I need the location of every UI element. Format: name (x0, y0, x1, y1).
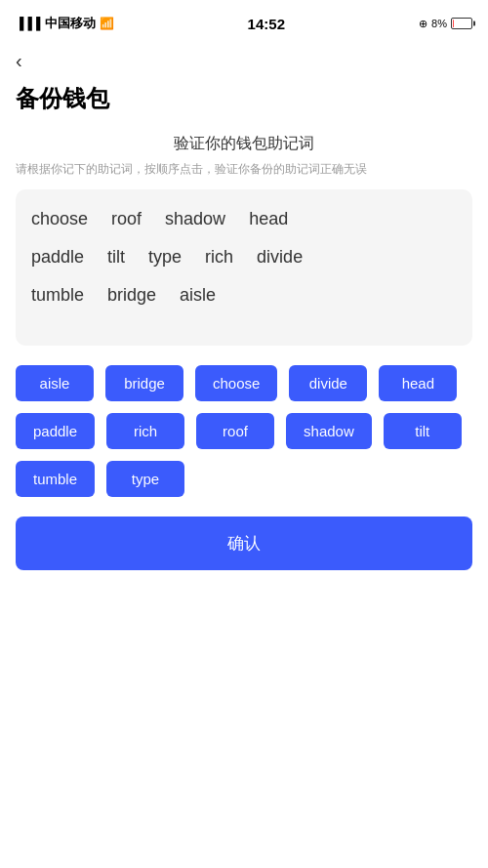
word-button-aisle[interactable]: aisle (16, 365, 94, 401)
word-button-tumble[interactable]: tumble (16, 461, 95, 497)
display-word-roof: roof (111, 209, 142, 229)
carrier-name: 中国移动 (45, 15, 96, 32)
signal-icon: ▐▐▐ (16, 17, 41, 30)
word-button-shadow[interactable]: shadow (286, 413, 372, 449)
display-word-tumble: tumble (31, 285, 84, 306)
section-header: 验证你的钱包助记词 请根据你记下的助记词，按顺序点击，验证你备份的助记词正确无误 (16, 134, 472, 178)
display-word-head: head (249, 209, 288, 229)
display-word-tilt: tilt (107, 247, 125, 268)
wifi-icon: 📶 (100, 17, 114, 30)
display-word-type: type (148, 247, 182, 268)
display-word-bridge: bridge (107, 285, 156, 306)
display-word-aisle: aisle (180, 285, 216, 306)
word-button-tilt[interactable]: tilt (384, 413, 462, 449)
word-button-head[interactable]: head (379, 365, 457, 401)
word-button-divide[interactable]: divide (289, 365, 367, 401)
word-button-bridge[interactable]: bridge (105, 365, 183, 401)
word-display-row-3: tumble bridge aisle (31, 285, 457, 306)
word-display-box: choose roof shadow head paddle tilt type… (16, 189, 472, 346)
back-arrow-icon: ‹ (16, 50, 22, 71)
word-button-rich[interactable]: rich (106, 413, 184, 449)
confirm-button[interactable]: 确认 (16, 517, 472, 570)
word-button-roof[interactable]: roof (196, 413, 274, 449)
status-bar: ▐▐▐ 中国移动 📶 14:52 ⊕ 8% (0, 0, 488, 43)
status-carrier: ▐▐▐ 中国移动 📶 (16, 15, 114, 32)
word-button-choose[interactable]: choose (195, 365, 277, 401)
battery-percent: 8% (431, 18, 447, 29)
status-battery-area: ⊕ 8% (419, 18, 472, 30)
display-word-paddle: paddle (31, 247, 84, 268)
word-buttons-area: aislebridgechoosedivideheadpaddlerichroo… (16, 365, 472, 497)
word-display-row-1: choose roof shadow head (31, 209, 457, 229)
confirm-button-wrap: 确认 (16, 517, 472, 570)
page-title: 备份钱包 (0, 75, 488, 134)
gps-icon: ⊕ (419, 18, 427, 30)
word-button-type[interactable]: type (106, 461, 184, 497)
display-word-shadow: shadow (165, 209, 225, 229)
display-word-choose: choose (31, 209, 88, 229)
word-button-paddle[interactable]: paddle (16, 413, 95, 449)
status-time: 14:52 (248, 16, 285, 32)
word-display-row-2: paddle tilt type rich divide (31, 247, 457, 268)
back-button[interactable]: ‹ (0, 43, 488, 75)
display-word-divide: divide (257, 247, 303, 268)
battery-icon (451, 18, 472, 29)
section-title: 验证你的钱包助记词 (16, 134, 472, 154)
section-desc: 请根据你记下的助记词，按顺序点击，验证你备份的助记词正确无误 (16, 160, 472, 178)
display-word-rich: rich (205, 247, 233, 268)
